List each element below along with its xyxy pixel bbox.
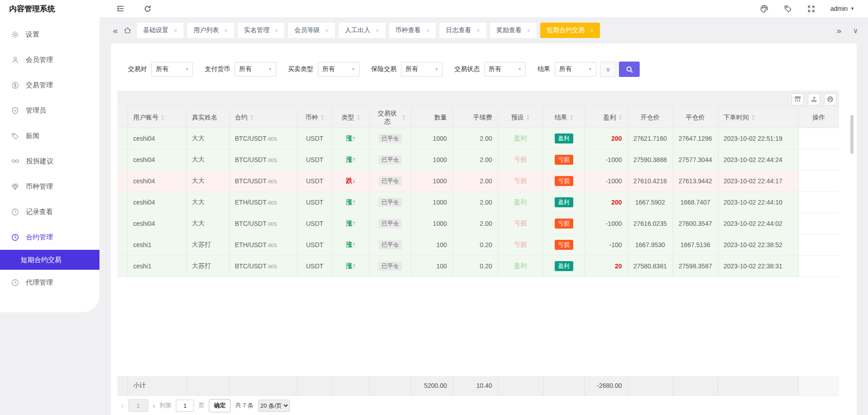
next-page-icon[interactable]: › [153, 402, 156, 410]
result-select[interactable]: 所有▼ [555, 62, 596, 76]
tab-item-4[interactable]: 人工出入× [339, 23, 386, 38]
sidebar-item-records[interactable]: 记录查看 [0, 199, 99, 224]
column-header-10[interactable]: 结果▲▼ [543, 108, 585, 128]
trade-status-select[interactable]: 所有▼ [484, 62, 526, 76]
cell-profit: -100 [585, 234, 627, 255]
cell-actions [798, 128, 839, 149]
column-header-1[interactable]: 用户账号▲▼ [127, 108, 186, 128]
theme-palette-icon[interactable] [760, 4, 769, 13]
close-icon[interactable]: × [476, 28, 480, 33]
column-header-11[interactable]: 盈利▲▼ [585, 108, 627, 128]
tab-item-6[interactable]: 日志查看× [439, 23, 486, 38]
close-icon[interactable]: × [426, 28, 430, 33]
select-value: 所有 [322, 65, 335, 73]
select-value: 所有 [406, 65, 418, 73]
cell-amount: 1000 [411, 149, 453, 170]
scroll-tabs-left-icon[interactable]: « [113, 26, 118, 35]
tab-options-icon[interactable]: ∨ [853, 27, 858, 34]
goto-page-input[interactable] [176, 400, 194, 412]
sidebar-item-news[interactable]: 新闻 [0, 123, 99, 148]
export-button[interactable] [808, 93, 820, 105]
sort-icon[interactable]: ▲▼ [161, 114, 165, 121]
refresh-icon[interactable] [143, 4, 152, 13]
sort-icon[interactable]: ▲▼ [752, 114, 755, 121]
columns-toggle-button[interactable] [792, 93, 804, 105]
column-header-5[interactable]: 类型▲▼ [332, 108, 369, 128]
tag-icon[interactable] [783, 4, 793, 13]
sort-icon[interactable]: ▲▼ [321, 114, 324, 121]
tab-item-3[interactable]: 会员等级× [288, 23, 335, 38]
column-header-13: 平仓价 [673, 108, 718, 128]
tab-label: 实名管理 [244, 26, 269, 34]
column-header-6[interactable]: 交易状态▲▼ [369, 108, 411, 128]
buy-sell-type-select[interactable]: 所有▼ [318, 62, 359, 76]
sort-icon[interactable]: ▲▼ [619, 114, 622, 121]
column-header-14[interactable]: 下单时间▲▼ [718, 108, 798, 128]
column-header-9[interactable]: 预设▲▼ [498, 108, 543, 128]
sidebar-item-agents[interactable]: 代理管理 [0, 270, 99, 295]
sort-icon[interactable]: ▲▼ [402, 114, 406, 121]
table-row[interactable]: ceshi04大大BTC/USDT-90SUSDT涨↑已平仓10002.00盈利… [118, 128, 839, 149]
table-row[interactable]: ceshi04大大ETH/USDT-90SUSDT涨↑已平仓10002.00盈利… [118, 191, 839, 213]
sidebar-item-members[interactable]: 会员管理 [0, 47, 99, 72]
table-row[interactable]: ceshi04大大BTC/USDT-90SUSDT涨↑已平仓10002.00亏损… [118, 213, 839, 234]
close-icon[interactable]: × [174, 28, 178, 33]
scroll-tabs-right-icon[interactable]: » [836, 26, 841, 35]
column-header-2: 真实姓名 [186, 108, 229, 128]
cell-type: 涨↑ [332, 213, 369, 234]
cell-amount: 1000 [411, 128, 453, 149]
tab-item-8[interactable]: 短期合约交易× [540, 23, 600, 38]
vertical-scrollbar[interactable] [850, 115, 854, 154]
sort-icon[interactable]: ▲▼ [357, 114, 360, 121]
caret-down-icon: ▼ [850, 6, 854, 11]
status-badge: 已平仓 [378, 198, 402, 207]
close-icon[interactable]: × [590, 28, 594, 33]
sidebar-item-contracts[interactable]: 合约管理 [0, 224, 99, 250]
column-header-4[interactable]: 币种▲▼ [297, 108, 332, 128]
home-icon[interactable] [123, 26, 132, 34]
insurance-trade-select[interactable]: 所有▼ [401, 62, 443, 76]
table-row[interactable]: ceshi1大苏打ETH/USDT-90SUSDT涨↑已平仓1000.20亏损亏… [118, 234, 839, 255]
table-row[interactable]: ceshi04大大BTC/USDT-90SUSDT跌↓已平仓10002.00亏损… [118, 170, 839, 191]
sidebar-subitem-short-contract-trade[interactable]: 短期合约交易 [0, 250, 99, 270]
table-row[interactable]: ceshi04大大BTC/USDT-90SUSDT涨↑已平仓10002.00亏损… [118, 149, 839, 170]
close-icon[interactable]: × [527, 28, 531, 33]
close-icon[interactable]: × [325, 28, 329, 33]
collapse-sidebar-icon[interactable] [116, 4, 125, 13]
sidebar-item-admins[interactable]: 管理员 [0, 98, 99, 123]
tab-item-7[interactable]: 奖励查看× [490, 23, 537, 38]
tab-item-1[interactable]: 用户列表× [187, 23, 234, 38]
pay-currency-select[interactable]: 所有▼ [235, 62, 276, 76]
cell-fee: 0.20 [453, 255, 498, 277]
goto-confirm-button[interactable]: 确定 [209, 399, 231, 412]
pagination: ‹ 1 › 到第 页 确定 共 7 条 20 条/页 [118, 396, 839, 415]
fullscreen-icon[interactable] [807, 4, 816, 13]
filter-label-insurance-trade: 保险交易 [371, 65, 396, 73]
sidebar-item-coins[interactable]: 币种管理 [0, 174, 99, 199]
close-icon[interactable]: × [224, 28, 228, 33]
sort-icon[interactable]: ▲▼ [250, 114, 254, 121]
print-button[interactable] [824, 93, 836, 105]
tab-item-2[interactable]: 实名管理× [238, 23, 285, 38]
trade-pair-select[interactable]: 所有▼ [151, 62, 193, 76]
close-icon[interactable]: × [275, 28, 278, 33]
sort-icon[interactable]: ▲▼ [527, 114, 530, 121]
user-menu[interactable]: admin ▼ [830, 5, 854, 12]
tab-item-5[interactable]: 币种查看× [389, 23, 436, 38]
tab-item-0[interactable]: 基础设置× [137, 23, 184, 38]
table-row[interactable]: ceshi1大苏打BTC/USDT-90SUSDT涨↑已平仓1000.20盈利盈… [118, 255, 839, 277]
prev-page-icon[interactable]: ‹ [121, 402, 124, 410]
close-icon[interactable]: × [376, 28, 379, 33]
sidebar-item-trades[interactable]: 交易管理 [0, 72, 99, 98]
expand-filters-button[interactable]: ∨ [600, 62, 616, 77]
current-page[interactable]: 1 [128, 399, 148, 412]
column-header-3[interactable]: 合约▲▼ [229, 108, 297, 128]
sort-icon[interactable]: ▲▼ [570, 114, 573, 121]
caret-down-icon: ▼ [518, 67, 522, 72]
page-size-select[interactable]: 20 条/页 [258, 400, 290, 412]
search-button[interactable] [619, 62, 640, 77]
sidebar-item-settings[interactable]: 设置 [0, 22, 99, 47]
tag-icon [11, 132, 19, 140]
sidebar-item-feedback[interactable]: 投拆建议 [0, 148, 99, 174]
tab-label: 日志查看 [446, 26, 471, 34]
